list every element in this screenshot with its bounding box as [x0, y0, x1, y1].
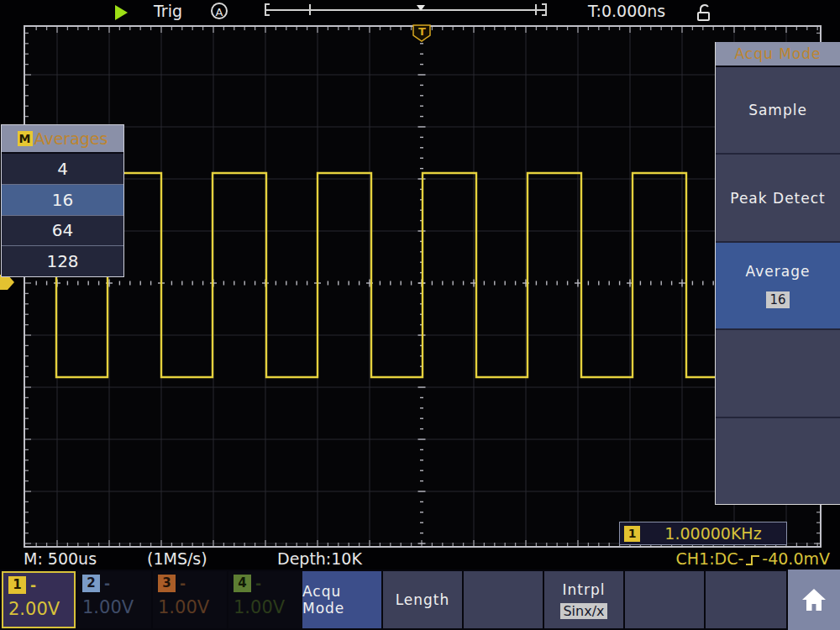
ch2-badge: 2 [82, 575, 100, 592]
sample-rate: (1MS/s) [147, 549, 207, 568]
svg-text:T: T [418, 25, 426, 38]
ch2-scale: 1.00V [82, 597, 146, 617]
ch4-badge: 4 [234, 575, 251, 592]
bottom-status-bar: M: 500us (1MS/s) Depth:10K CH1:DC- -40.0… [0, 548, 840, 570]
hpos-window-right-tick [535, 4, 537, 15]
menu-item-sample[interactable]: Sample [716, 67, 840, 155]
hpos-right-bracket [542, 3, 547, 16]
freq-value: 1.00000KHz [640, 524, 786, 543]
rising-edge-icon [745, 554, 760, 567]
run-state-play-icon [115, 5, 128, 20]
bottom-channel-strip: 1 - 2.00V 2 - 1.00V 3 - 1.00V 4 - 1.00V … [0, 570, 840, 630]
ch3-badge: 3 [158, 575, 176, 592]
ch1-coupling: - [30, 577, 36, 594]
channel-1-box[interactable]: 1 - 2.00V [2, 571, 76, 628]
intrpl-value: Sinx/x [560, 603, 606, 619]
ch1-scale: 2.00V [8, 599, 69, 619]
home-button[interactable] [788, 570, 840, 630]
horizontal-position-indicator[interactable] [265, 2, 550, 18]
hpos-window-left-tick [309, 4, 311, 15]
top-status-bar: Trig A T:0.000ns [0, 0, 840, 25]
hpos-bar [265, 9, 547, 11]
ch3-coupling: - [180, 575, 186, 592]
trigger-settings-readout: CH1:DC- -40.0mV [676, 549, 830, 568]
averages-option-4[interactable]: 4 [2, 154, 123, 185]
ch4-coupling: - [255, 575, 261, 592]
record-depth: Depth:10K [277, 549, 362, 568]
ch3-scale: 1.00V [158, 597, 222, 617]
averages-option-64[interactable]: 64 [2, 216, 123, 247]
waveform-plot [24, 25, 822, 548]
averages-popup: M Averages 4 16 64 128 [1, 124, 124, 277]
channel-4-box[interactable]: 4 - 1.00V [228, 571, 302, 628]
menu-item-empty-1 [716, 330, 840, 417]
side-menu-title: Acqu Mode [716, 42, 840, 67]
ch4-scale: 1.00V [234, 597, 297, 617]
freq-channel-badge: 1 [624, 526, 640, 542]
softkey-empty-2[interactable] [625, 571, 704, 628]
averages-option-128[interactable]: 128 [2, 246, 123, 276]
softkey-acqu-mode[interactable]: Acqu Mode [302, 571, 381, 628]
averages-option-16[interactable]: 16 [2, 185, 123, 216]
channel-3-box[interactable]: 3 - 1.00V [153, 571, 227, 628]
softkey-empty-1[interactable] [464, 571, 543, 628]
channel-2-box[interactable]: 2 - 1.00V [77, 571, 151, 628]
averages-popup-header: M Averages [2, 125, 123, 154]
ch2-coupling: - [104, 575, 110, 592]
softkey-empty-3[interactable] [706, 571, 786, 628]
unlocked-padlock-icon[interactable] [694, 3, 712, 23]
acqu-mode-side-menu: Acqu Mode Sample Peak Detect Average 16 [715, 42, 840, 505]
softkey-intrpl[interactable]: Intrpl Sinx/x [544, 571, 623, 628]
averages-popup-title: Averages [34, 129, 108, 148]
menu-item-peak-detect[interactable]: Peak Detect [716, 155, 840, 242]
average-count-value: 16 [766, 291, 789, 308]
autoset-icon: A [211, 3, 228, 19]
menu-item-empty-2 [716, 418, 840, 504]
frequency-counter-readout: 1 1.00000KHz [619, 522, 787, 545]
m-knob-badge: M [18, 131, 33, 146]
hpos-left-bracket [265, 3, 270, 16]
ch1-badge: 1 [8, 576, 26, 594]
home-icon [800, 586, 828, 613]
hpos-trigger-position-marker [417, 5, 425, 11]
trigger-time-offset: T:0.000ns [588, 2, 665, 20]
main-timebase: M: 500us [24, 549, 97, 568]
scope-display-graticule [24, 25, 822, 548]
softkey-length[interactable]: Length [383, 571, 462, 628]
menu-item-average[interactable]: Average 16 [716, 243, 840, 330]
trigger-position-t-marker[interactable]: T [412, 24, 432, 43]
trig-status-label: Trig [154, 2, 182, 20]
